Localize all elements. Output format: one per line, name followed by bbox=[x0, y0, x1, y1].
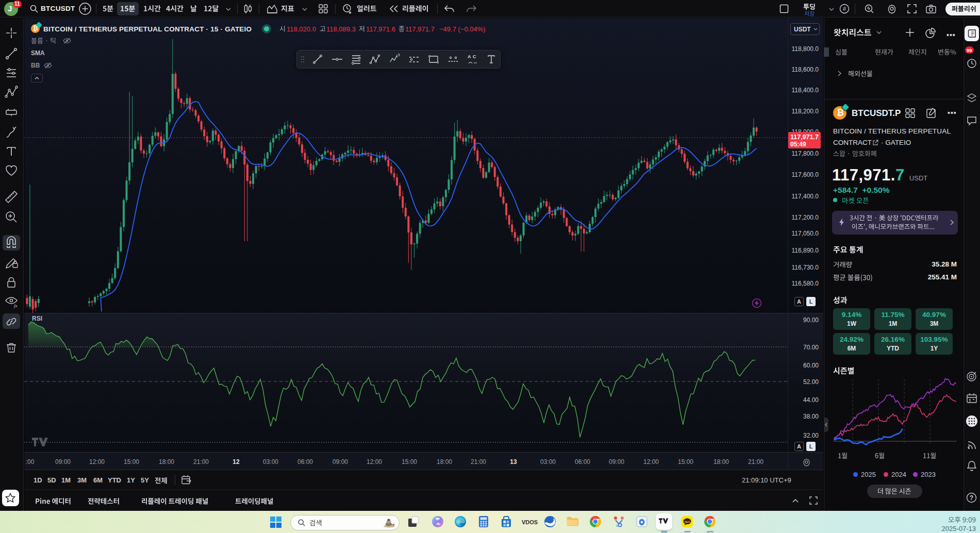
svg-text:VDOS: VDOS bbox=[522, 519, 538, 525]
svg-text:?: ? bbox=[970, 494, 973, 502]
svg-text:C: C bbox=[473, 54, 476, 59]
svg-text:#: # bbox=[843, 6, 846, 12]
svg-text:fx: fx bbox=[14, 303, 18, 308]
svg-text:A: A bbox=[468, 54, 471, 59]
svg-text:5: 5 bbox=[398, 53, 400, 57]
svg-text:TALK: TALK bbox=[685, 521, 690, 523]
